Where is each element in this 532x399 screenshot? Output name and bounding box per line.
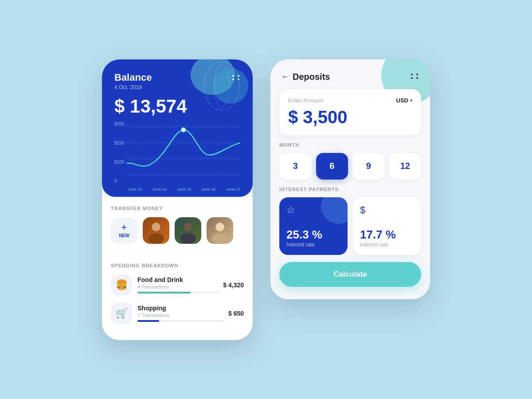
food-name: Food and Drink: [137, 276, 219, 283]
chart-x-label: June 13: [128, 187, 142, 192]
new-transfer-button[interactable]: + NEW: [111, 217, 137, 244]
chart-y-label: $100: [114, 160, 124, 164]
balance-header: Balance 4 Oct. 2019: [114, 72, 240, 90]
spending-section-title: SPENDING BREAKDOWN: [111, 263, 244, 268]
amount-label: Enter Amount: [288, 97, 323, 104]
interest-rate-blue-block: 25.3 % Interest rate: [286, 228, 340, 248]
month-btn-12[interactable]: 12: [389, 153, 422, 180]
deposit-amount: $ 3,500: [288, 107, 412, 127]
calculate-button[interactable]: Calculate: [279, 262, 421, 287]
interest-cards: ☆ 25.3 % Interest rate $ 17.7 % Interest…: [279, 197, 421, 255]
svg-point-17: [212, 233, 228, 244]
month-btn-9[interactable]: 9: [352, 153, 385, 180]
contact-avatar-1[interactable]: [143, 217, 169, 244]
svg-point-15: [184, 223, 192, 231]
balance-chart: $200 $150 $100 0: [114, 121, 240, 192]
balance-menu-dots[interactable]: [231, 74, 240, 83]
interest-rate-value-blue: 25.3 %: [286, 228, 340, 242]
food-bar: [137, 292, 191, 293]
spending-item-shopping: 🛒 Shopping 7 Transactions $ 650: [111, 303, 244, 324]
back-button[interactable]: ← Deposits: [281, 72, 330, 82]
food-bar-wrap: [137, 292, 219, 293]
month-buttons: 3 6 9 12: [279, 153, 421, 180]
month-btn-3[interactable]: 3: [279, 153, 312, 180]
chart-y-label: $150: [114, 141, 124, 145]
currency-arrow-icon: ▾: [410, 98, 412, 103]
svg-point-4: [238, 78, 239, 80]
new-label: NEW: [119, 233, 129, 238]
svg-point-9: [181, 127, 186, 132]
shopping-icon: 🛒: [111, 303, 132, 324]
amount-row-top: Enter Amount USD ▾: [288, 97, 412, 104]
month-section: MONTH 3 6 9 12: [270, 142, 430, 187]
svg-point-12: [152, 223, 160, 231]
shopping-name: Shopping: [137, 305, 225, 312]
svg-point-22: [416, 77, 418, 79]
month-btn-6[interactable]: 6: [316, 153, 348, 180]
contacts-row: + NEW: [111, 217, 244, 244]
svg-point-21: [416, 74, 418, 75]
balance-title: Balance: [114, 72, 152, 83]
interest-rate-label-blue: Interest rate: [286, 242, 340, 248]
interest-rate-label-white: Interest rate: [360, 242, 414, 248]
shopping-bar: [137, 320, 159, 322]
divider: [111, 255, 244, 256]
deposits-header: ← Deposits: [270, 59, 430, 89]
food-transactions: 4 Transactions: [137, 284, 219, 289]
balance-title-block: Balance 4 Oct. 2019: [114, 72, 152, 90]
star-icon: ☆: [286, 204, 340, 216]
chart-x-label: June 15: [177, 187, 191, 192]
chart-y-label: 0: [114, 179, 124, 184]
avatar-image-1: [143, 217, 169, 244]
chart-x-label: June 16: [201, 187, 215, 192]
food-amount: $ 4,320: [223, 282, 244, 289]
phone-left: Balance 4 Oct. 2019 $ 13,574 $200 $150 $…: [102, 59, 253, 340]
food-icon: 🍔: [111, 274, 132, 296]
svg-point-19: [411, 74, 413, 75]
svg-point-20: [411, 77, 413, 79]
month-label: MONTH: [279, 142, 421, 148]
chart-x-labels: June 13 June 14 June 15 June 16 June 17: [128, 187, 240, 192]
interest-section: INTEREST PAYMENTS ☆ 25.3 % Interest rate…: [270, 187, 430, 262]
shopping-transactions: 7 Transactions: [137, 313, 225, 318]
currency-value: USD: [396, 97, 408, 104]
contact-avatar-2[interactable]: [175, 217, 201, 244]
currency-selector[interactable]: USD ▾: [396, 97, 412, 104]
transfer-section-title: TRANSFER MONEY: [111, 206, 244, 211]
balance-card: Balance 4 Oct. 2019 $ 13,574 $200 $150 $…: [102, 59, 253, 197]
amount-input-card: Enter Amount USD ▾ $ 3,500: [279, 89, 421, 135]
svg-point-11: [148, 233, 164, 244]
shopping-info: Shopping 7 Transactions: [137, 305, 225, 322]
dollar-icon: $: [360, 204, 414, 216]
deposits-menu-dots[interactable]: [410, 72, 419, 82]
balance-date: 4 Oct. 2019: [114, 84, 152, 90]
deposits-title: Deposits: [293, 72, 330, 82]
chart-x-label: June 17: [226, 187, 240, 192]
contact-avatar-3[interactable]: [207, 217, 233, 244]
plus-icon: +: [121, 223, 127, 232]
svg-point-18: [216, 223, 224, 231]
chart-svg: [127, 121, 240, 184]
shopping-bar-wrap: [137, 320, 225, 322]
svg-point-1: [232, 75, 234, 77]
food-info: Food and Drink 4 Transactions: [137, 276, 219, 293]
avatar-image-2: [175, 217, 201, 244]
chart-y-label: $200: [114, 121, 124, 126]
interest-card-star[interactable]: ☆ 25.3 % Interest rate: [279, 197, 348, 255]
avatar-image-3: [207, 217, 233, 244]
interest-card-dollar[interactable]: $ 17.7 % Interest rate: [353, 197, 421, 255]
spending-section: SPENDING BREAKDOWN 🍔 Food and Drink 4 Tr…: [102, 248, 253, 340]
svg-point-2: [232, 78, 234, 80]
shopping-amount: $ 650: [228, 310, 244, 317]
transfer-section: TRANSFER MONEY + NEW: [102, 197, 253, 248]
back-arrow-icon: ←: [281, 72, 289, 82]
interest-rate-white-block: 17.7 % Interest rate: [360, 228, 414, 248]
interest-rate-value-white: 17.7 %: [360, 228, 414, 242]
balance-amount: $ 13,574: [114, 96, 240, 117]
phones-container: Balance 4 Oct. 2019 $ 13,574 $200 $150 $…: [84, 42, 448, 358]
svg-point-3: [238, 75, 239, 77]
interest-label: INTEREST PAYMENTS: [279, 187, 421, 192]
chart-x-label: June 14: [152, 187, 166, 192]
spending-item-food: 🍔 Food and Drink 4 Transactions $ 4,320: [111, 274, 244, 296]
svg-point-14: [180, 233, 196, 244]
